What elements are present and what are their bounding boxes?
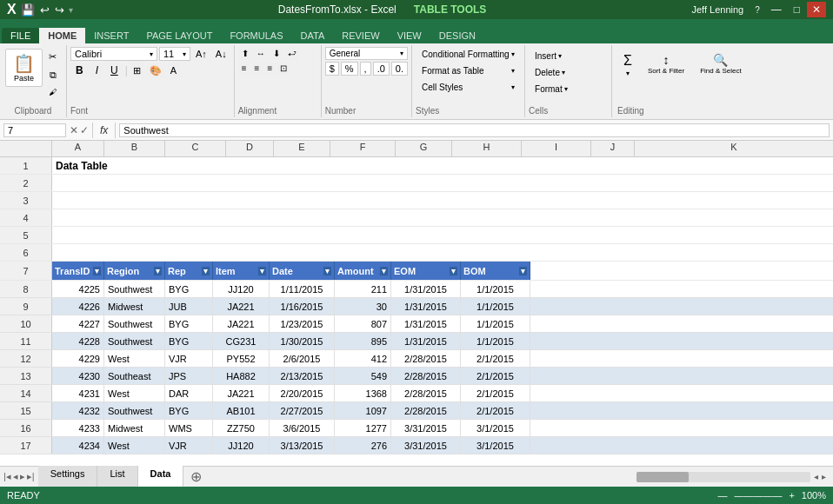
cell-rep-16[interactable]: WMS (165, 420, 213, 436)
font-color-btn[interactable]: A (167, 63, 180, 77)
cell-bom-16[interactable]: 3/1/2015 (461, 420, 530, 436)
cell-rep-11[interactable]: BYG (165, 333, 213, 349)
cell-bom-10[interactable]: 1/1/2015 (461, 315, 530, 332)
redo-quick-btn[interactable]: ↪ (54, 3, 65, 17)
cell-rep-10[interactable]: BYG (165, 315, 213, 332)
cell-item-9[interactable]: JA221 (213, 298, 270, 315)
status-zoom-in[interactable]: + (789, 490, 794, 501)
cell-item-8[interactable]: JJ120 (213, 281, 270, 297)
cell-amount-15[interactable]: 1097 (335, 402, 391, 419)
filter-transid-icon[interactable]: ▾ (93, 267, 101, 275)
comma-btn[interactable]: , (360, 62, 371, 76)
bold-btn[interactable]: B (70, 63, 89, 78)
header-bom[interactable]: BOM▾ (461, 262, 530, 280)
merge-btn[interactable]: ⊡ (277, 62, 290, 75)
cell-transid-10[interactable]: 4227 (52, 315, 104, 332)
scroll-right-btn[interactable]: ▸ (822, 472, 826, 481)
cell-item-11[interactable]: CG231 (213, 333, 270, 349)
cell-region-11[interactable]: Southwest (104, 333, 165, 349)
cell-bom-13[interactable]: 2/1/2015 (461, 368, 530, 384)
cell-region-10[interactable]: Southwest (104, 315, 165, 332)
cell-date-12[interactable]: 2/6/2015 (270, 350, 335, 367)
border-btn[interactable]: ⊞ (130, 63, 144, 78)
cell-amount-10[interactable]: 807 (335, 315, 391, 332)
align-right-btn[interactable]: ≡ (263, 62, 276, 75)
cell-item-12[interactable]: PY552 (213, 350, 270, 367)
header-amount[interactable]: Amount▾ (335, 262, 391, 280)
cell-region-8[interactable]: Southwest (104, 281, 165, 297)
filter-bom-icon[interactable]: ▾ (519, 267, 527, 275)
cell-transid-8[interactable]: 4225 (52, 281, 104, 297)
cell-eom-10[interactable]: 1/31/2015 (391, 315, 461, 332)
cell-date-11[interactable]: 1/30/2015 (270, 333, 335, 349)
cell-date-10[interactable]: 1/23/2015 (270, 315, 335, 332)
filter-eom-icon[interactable]: ▾ (450, 267, 457, 275)
cell-amount-16[interactable]: 1277 (335, 420, 391, 436)
cell-item-16[interactable]: ZZ750 (213, 420, 270, 436)
percent-btn[interactable]: % (341, 62, 358, 76)
format-cells-btn[interactable]: Format▾ (529, 82, 574, 96)
cell-rep-13[interactable]: JPS (165, 368, 213, 384)
tab-view[interactable]: VIEW (389, 28, 430, 43)
cell-date-9[interactable]: 1/16/2015 (270, 298, 335, 315)
cell-date-16[interactable]: 3/6/2015 (270, 420, 335, 436)
undo-quick-btn[interactable]: ↩ (39, 3, 50, 17)
tab-next-btn[interactable]: ▸ (20, 471, 25, 482)
cell-transid-13[interactable]: 4230 (52, 368, 104, 384)
delete-btn[interactable]: Delete▾ (529, 65, 574, 80)
conditional-formatting-btn[interactable]: Conditional Formatting ▾ (416, 47, 521, 62)
filter-region-icon[interactable]: ▾ (154, 267, 162, 275)
wrap-text-btn[interactable]: ⮐ (284, 47, 300, 60)
cell-styles-btn[interactable]: Cell Styles ▾ (416, 80, 521, 95)
cell-eom-15[interactable]: 2/28/2015 (391, 402, 461, 419)
cell-item-14[interactable]: JA221 (213, 385, 270, 401)
cell-rep-9[interactable]: JUB (165, 298, 213, 315)
status-zoom-slider[interactable]: ————— (734, 490, 782, 501)
format-painter-btn[interactable]: 🖌 (44, 85, 61, 99)
header-date[interactable]: Date▾ (270, 262, 335, 280)
tab-review[interactable]: REVIEW (333, 28, 388, 43)
underline-btn[interactable]: U (105, 63, 123, 78)
filter-item-icon[interactable]: ▾ (258, 267, 266, 275)
increase-decimal-btn[interactable]: .0 (373, 62, 390, 76)
cell-amount-8[interactable]: 211 (335, 281, 391, 297)
cut-btn[interactable]: ✂ (44, 49, 61, 65)
save-quick-btn[interactable]: 💾 (20, 3, 36, 17)
number-format-dropdown[interactable]: General ▾ (325, 47, 408, 60)
minimize-btn[interactable]: — (766, 2, 787, 17)
tab-home[interactable]: HOME (39, 28, 85, 43)
cell-region-14[interactable]: West (104, 385, 165, 401)
formula-input[interactable] (119, 123, 830, 137)
cell-amount-11[interactable]: 895 (335, 333, 391, 349)
insert-btn[interactable]: Insert▾ (529, 49, 574, 63)
tab-insert[interactable]: INSERT (85, 28, 137, 43)
cell-date-8[interactable]: 1/11/2015 (270, 281, 335, 297)
sheet-tab-data[interactable]: Data (138, 466, 184, 487)
align-top-btn[interactable]: ⬆ (238, 47, 252, 60)
align-left-btn[interactable]: ≡ (238, 62, 250, 75)
cell-bom-11[interactable]: 1/1/2015 (461, 333, 530, 349)
close-btn[interactable]: ✕ (807, 2, 826, 17)
font-shrink-btn[interactable]: A↓ (212, 47, 230, 61)
cell-transid-12[interactable]: 4229 (52, 350, 104, 367)
cancel-formula-btn[interactable]: ✕ (70, 124, 78, 136)
cell-transid-15[interactable]: 4232 (52, 402, 104, 419)
sort-filter-btn[interactable]: ↕ Sort & Filter (642, 49, 690, 79)
cell-bom-12[interactable]: 2/1/2015 (461, 350, 530, 367)
paste-btn[interactable]: 📋 Paste (5, 49, 43, 87)
cell-eom-8[interactable]: 1/31/2015 (391, 281, 461, 297)
status-zoom-out[interactable]: — (717, 490, 727, 501)
cell-bom-15[interactable]: 2/1/2015 (461, 402, 530, 419)
cell-rep-8[interactable]: BYG (165, 281, 213, 297)
cell-amount-13[interactable]: 549 (335, 368, 391, 384)
cell-amount-17[interactable]: 276 (335, 437, 391, 454)
tab-first-btn[interactable]: |◂ (3, 471, 11, 482)
cell-transid-16[interactable]: 4233 (52, 420, 104, 436)
header-region[interactable]: Region▾ (104, 262, 165, 280)
cell-region-13[interactable]: Southeast (104, 368, 165, 384)
filter-rep-icon[interactable]: ▾ (202, 267, 210, 275)
cell-eom-14[interactable]: 2/28/2015 (391, 385, 461, 401)
cell-eom-13[interactable]: 2/28/2015 (391, 368, 461, 384)
cell-region-15[interactable]: Southwest (104, 402, 165, 419)
tab-last-btn[interactable]: ▸| (27, 471, 35, 482)
